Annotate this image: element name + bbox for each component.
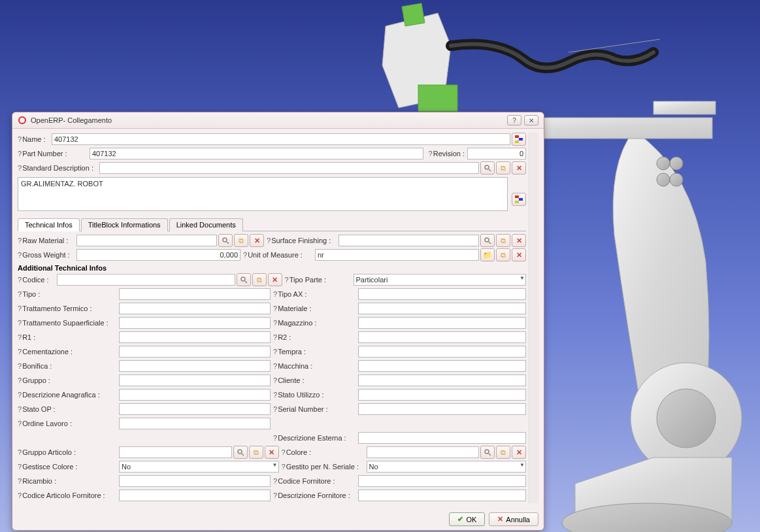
gruppo-articolo-input[interactable] xyxy=(119,446,232,458)
svg-rect-14 xyxy=(515,135,519,138)
stato-utilizzo-label: ?Stato Utilizzo : xyxy=(273,391,358,399)
surface-finishing-clear[interactable]: ✕ xyxy=(512,234,526,247)
svg-line-12 xyxy=(569,39,660,52)
gestisce-colore-select[interactable] xyxy=(119,461,279,473)
tratt-sup-input[interactable] xyxy=(119,317,271,329)
svg-point-6 xyxy=(670,157,683,170)
svg-point-1 xyxy=(657,389,716,448)
help-button[interactable]: ? xyxy=(507,115,521,125)
cliente-input[interactable] xyxy=(358,374,526,386)
svg-line-31 xyxy=(489,454,491,456)
colore-input[interactable] xyxy=(367,446,480,458)
check-icon: ✔ xyxy=(457,515,463,524)
colore-search[interactable] xyxy=(480,446,495,459)
close-button[interactable]: ✕ xyxy=(524,115,538,125)
description-textarea[interactable]: GR.ALIMENTAZ. ROBOT xyxy=(18,177,508,211)
gruppo-articolo-clear[interactable]: ✕ xyxy=(265,446,279,459)
surface-finishing-open[interactable]: ⧉ xyxy=(496,234,510,247)
r1-input[interactable] xyxy=(119,331,271,343)
codice-open[interactable]: ⧉ xyxy=(252,273,267,286)
ricambio-input[interactable] xyxy=(119,475,271,487)
desc-fornitore-label: ?Descrizione Fornitore : xyxy=(273,491,358,499)
svg-point-13 xyxy=(19,117,25,124)
raw-material-input[interactable] xyxy=(76,235,217,246)
svg-rect-4 xyxy=(653,101,716,114)
part-number-input[interactable] xyxy=(90,148,423,159)
vertical-scrollbar[interactable] xyxy=(529,133,538,503)
svg-point-7 xyxy=(657,173,670,186)
name-input[interactable] xyxy=(52,133,510,145)
svg-rect-15 xyxy=(519,138,523,141)
svg-rect-16 xyxy=(515,141,519,143)
codice-clear[interactable]: ✕ xyxy=(268,273,282,286)
svg-point-26 xyxy=(241,277,245,281)
magazzino-input[interactable] xyxy=(358,317,526,329)
gruppo-articolo-label: ?Gruppo Articolo : xyxy=(18,448,119,456)
revision-input[interactable] xyxy=(467,148,526,159)
uom-open[interactable]: ⧉ xyxy=(496,248,510,261)
search-button[interactable] xyxy=(480,161,495,175)
cementazione-input[interactable] xyxy=(119,346,271,357)
svg-point-24 xyxy=(485,238,489,242)
translate-description-button[interactable] xyxy=(512,193,526,206)
uom-folder[interactable]: 📁 xyxy=(480,248,495,261)
colore-clear[interactable]: ✕ xyxy=(512,446,526,459)
gruppo-input[interactable] xyxy=(119,374,271,386)
gross-weight-input[interactable] xyxy=(76,249,240,261)
surface-finishing-input[interactable] xyxy=(339,235,479,246)
macchina-input[interactable] xyxy=(358,360,526,372)
tab-technical-infos[interactable]: Technical Infos xyxy=(18,218,80,231)
uom-clear[interactable]: ✕ xyxy=(512,248,526,261)
serial-input[interactable] xyxy=(358,403,526,415)
svg-line-29 xyxy=(242,454,244,456)
surface-finishing-search[interactable] xyxy=(480,234,495,247)
tipo-parte-label: ?Tipo Parte : xyxy=(285,276,354,284)
raw-material-clear[interactable]: ✕ xyxy=(250,234,264,247)
codice-art-forn-input[interactable] xyxy=(119,490,271,501)
open-button[interactable]: ⧉ xyxy=(496,161,510,175)
tipo-parte-select[interactable] xyxy=(354,274,527,286)
desc-esterna-input[interactable] xyxy=(358,432,526,444)
translate-button[interactable] xyxy=(512,133,526,146)
codice-label: ?Codice : xyxy=(18,276,57,284)
uom-input[interactable] xyxy=(315,249,479,261)
tempra-input[interactable] xyxy=(358,346,526,357)
tab-titleblock-informations[interactable]: TitleBlock Informations xyxy=(81,218,168,231)
gruppo-articolo-search[interactable] xyxy=(233,446,248,459)
tipo-label: ?Tipo : xyxy=(18,290,119,298)
serial-label: ?Serial Number : xyxy=(273,405,358,413)
stato-utilizzo-input[interactable] xyxy=(358,389,526,401)
desc-anag-label: ?Descrizione Anagrafica : xyxy=(18,391,119,399)
cancel-button[interactable]: ✕Annulla xyxy=(489,512,538,526)
codice-search[interactable] xyxy=(237,273,251,286)
desc-fornitore-input[interactable] xyxy=(358,490,526,501)
ordine-lavoro-input[interactable] xyxy=(119,418,271,429)
std-desc-input[interactable] xyxy=(99,162,479,174)
tratt-termico-label: ?Trattamento Termico : xyxy=(18,305,119,312)
ok-button[interactable]: ✔OK xyxy=(449,512,485,526)
r2-input[interactable] xyxy=(358,331,526,343)
raw-material-open[interactable]: ⧉ xyxy=(234,234,248,247)
gestito-seriale-select[interactable] xyxy=(367,461,527,473)
tipo-ax-input[interactable] xyxy=(358,288,526,300)
svg-point-5 xyxy=(657,157,670,170)
colore-open[interactable]: ⧉ xyxy=(496,446,510,459)
stato-op-input[interactable] xyxy=(119,403,271,415)
codice-fornitore-label: ?Codice Fornitore : xyxy=(273,477,358,485)
gruppo-articolo-open[interactable]: ⧉ xyxy=(249,446,263,459)
tratt-termico-input[interactable] xyxy=(119,303,271,314)
desc-esterna-label: ?Descrizione Esterna : xyxy=(273,434,358,442)
tempra-label: ?Tempra : xyxy=(273,348,358,356)
clear-button[interactable]: ✕ xyxy=(512,161,526,175)
close-icon: ✕ xyxy=(497,515,503,524)
raw-material-search[interactable] xyxy=(218,234,233,247)
bonifica-input[interactable] xyxy=(119,360,271,372)
tab-linked-documents[interactable]: Linked Documents xyxy=(169,218,243,231)
dialog-titlebar[interactable]: OpenERP- Collegamento ? ✕ xyxy=(12,112,544,129)
materiale-input[interactable] xyxy=(358,303,526,314)
codice-fornitore-input[interactable] xyxy=(358,475,526,487)
desc-anag-input[interactable] xyxy=(119,389,271,401)
cementazione-label: ?Cementazione : xyxy=(18,348,119,356)
tipo-input[interactable] xyxy=(119,288,271,300)
codice-input[interactable] xyxy=(57,274,235,286)
